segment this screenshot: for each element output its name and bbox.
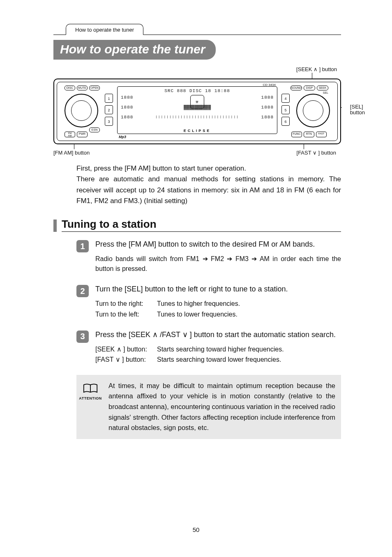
intro-paragraph: First, press the [FM AM] button to start…	[76, 163, 341, 206]
open-button: OPEN	[89, 86, 100, 90]
preset-6: 6	[281, 117, 290, 126]
screen-r3-l: 1888	[121, 115, 133, 120]
step-1: 1 Press the [FM AM] button to switch to …	[76, 239, 341, 282]
row-key: Turn to the left:	[95, 309, 157, 320]
sel-knob	[296, 94, 330, 127]
intro-line-2: There are automatic and manual methods f…	[76, 175, 341, 205]
step-number: 1	[76, 240, 89, 252]
screen-r2-l: 1888	[121, 105, 133, 110]
attention-label: ATTENTION	[79, 396, 101, 400]
eclipse-logo: ECLIPSE	[118, 129, 277, 133]
esn-button: ESN	[89, 127, 100, 132]
step-3-title: Press the [SEEK ∧ /FAST ∨ ] button to st…	[95, 330, 341, 340]
screen-r2-r: 1888	[261, 105, 274, 110]
callout-sel: [SEL] button	[350, 104, 365, 116]
lcd-screen: SRC 888 DISC 18 18:88 1888 ☀ 1888 1888 ▓…	[117, 86, 277, 134]
fast-button: FAST	[316, 132, 327, 137]
preset-5: 5	[281, 105, 290, 114]
seek-button: SEEK	[317, 86, 328, 90]
volume-knob	[65, 94, 98, 127]
screen-r3-r: 1888	[261, 115, 274, 120]
step-2-table: Turn to the right:Tunes to higher freque…	[95, 298, 341, 319]
callout-fmam: [FM AM] button	[53, 150, 90, 156]
attention-text: At times, it may be difficult to maintai…	[108, 381, 335, 433]
section-tab-wrap: How to operate the tuner	[53, 23, 341, 35]
step-3: 3 Press the [SEEK ∧ /FAST ∨ ] button to …	[76, 330, 341, 372]
pwr-button: PWR	[77, 132, 88, 137]
disp-button: DISP	[304, 86, 315, 90]
screen-row-2: 1888 ▓▓▓▓▓▓▓▓▓▓ 1888	[121, 105, 274, 110]
preset-1: 1	[105, 94, 113, 103]
func-button: FUNC	[291, 132, 302, 137]
mute-button: MUTE	[77, 86, 88, 90]
rtn-button: RTN	[304, 132, 314, 137]
row-val: Starts searching toward lower frequencie…	[157, 354, 281, 365]
step-2-title: Turn the [SEL] button to the left or rig…	[95, 284, 341, 294]
step-1-title: Press the [FM AM] button to switch to th…	[95, 239, 341, 250]
row-key: [SEEK ∧ ] button:	[95, 344, 157, 355]
step-1-detail: Radio bands will switch from FM1 ➔ FM2 ➔…	[95, 254, 341, 275]
section-heading-row: Tuning to a station	[53, 218, 341, 232]
callout-seek: [SEEK ∧ ] button	[296, 66, 337, 72]
attention-box: ATTENTION At times, it may be difficult …	[76, 375, 341, 439]
callout-fast: [FAST ∨ ] button	[297, 150, 336, 156]
sound-button: SOUND	[291, 86, 302, 90]
disc-button: DISC	[65, 86, 75, 90]
step-3-table: [SEEK ∧ ] button:Starts searching toward…	[95, 344, 341, 365]
car-stereo-face: SEL DISC MUTE OPEN SOUND DISP SEEK ESN F…	[53, 79, 341, 144]
preset-col-right: 4 5 6	[281, 94, 290, 128]
page-title: How to operate the tuner	[53, 40, 216, 60]
screen-top-row: SRC 888 DISC 18 18:88	[121, 88, 274, 93]
screen-row-3: 1888 |||||||||||||||||||||||||||||| 1888	[121, 115, 274, 120]
device-inner: SEL DISC MUTE OPEN SOUND DISP SEEK ESN F…	[57, 82, 338, 141]
mp3-logo: Mp3	[119, 135, 126, 139]
row-key: Turn to the right:	[95, 298, 157, 309]
preset-col-left: 1 2 3	[105, 94, 113, 128]
attention-icon-col: ATTENTION	[79, 381, 102, 400]
intro-line-1: First, press the [FM AM] button to start…	[76, 164, 246, 172]
preset-2: 2	[105, 105, 113, 114]
row-val: Starts searching toward higher frequenci…	[157, 344, 284, 355]
preset-3: 3	[105, 117, 113, 126]
book-icon	[83, 383, 98, 395]
section-heading: Tuning to a station	[62, 218, 341, 232]
page-number: 50	[0, 526, 392, 533]
device-diagram: [SEEK ∧ ] button [SEL] button [FAST ∨ ] …	[53, 67, 341, 153]
fm-am-button: FM AM	[65, 132, 75, 137]
step-number: 3	[76, 331, 89, 343]
step-2: 2 Turn the [SEL] button to the left or r…	[76, 284, 341, 327]
preset-4: 4	[281, 94, 290, 103]
step-number: 2	[76, 285, 89, 297]
sel-label: SEL	[323, 91, 328, 94]
row-val: Tunes to lower frequencies.	[157, 309, 238, 320]
row-val: Tunes to higher frequencies.	[157, 298, 240, 309]
heading-accent-bar	[53, 220, 57, 232]
row-key: [FAST ∨ ] button:	[95, 354, 157, 365]
section-tab: How to operate the tuner	[66, 24, 143, 35]
